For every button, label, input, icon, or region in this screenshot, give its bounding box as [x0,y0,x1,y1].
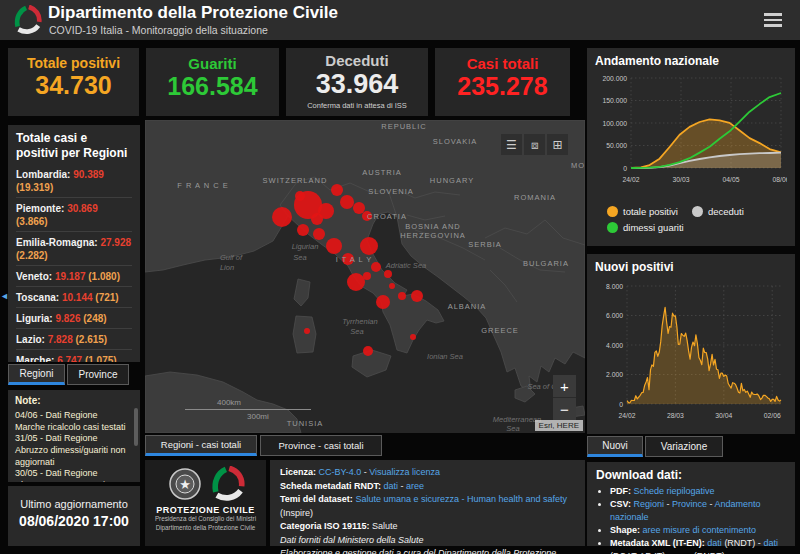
basemap-icon[interactable]: ⊞ [547,134,568,155]
stat-card-casi-totali: Casi totali 235.278 [435,48,570,116]
tab-label: Regioni [20,368,54,379]
link[interactable]: Schede riepilogative [634,486,715,496]
stat-card-totale-positivi: Totale positivi 34.730 [8,48,139,116]
org-name: PROTEZIONE CIVILE [145,505,266,515]
region-row[interactable]: Lazio: 7.828 (2.615) [16,328,132,349]
svg-text:6.000: 6.000 [606,312,623,319]
presidenza-emblem-icon: ★ [167,466,203,502]
notes-list: 04/06 - Dati Regione Marche ricalcolo ca… [15,410,130,482]
regions-panel-title: Totale casi e positivi per Regioni [16,131,132,161]
region-row[interactable]: Piemonte: 30.869 (3.866) [16,197,132,231]
link[interactable]: dati [763,538,778,548]
stat-value: 33.964 [286,69,428,100]
svg-text:★: ★ [179,477,191,492]
app-header: Dipartimento della Protezione Civile COV… [0,0,800,40]
andamento-nazionale-panel: Andamento nazionale 050.000100.000150.00… [587,48,795,246]
map-attribution: Esri, HERE [535,420,583,431]
link[interactable]: dati [707,538,722,548]
region-row[interactable]: Marche: 6.747 (1.075) [16,349,132,362]
nuovi-positivi-chart[interactable]: 02.0004.0006.0008.00024/0228/0330/0402/0… [595,276,787,426]
svg-text:Sea: Sea [506,424,519,433]
regions-totals-panel: Totale casi e positivi per Regioni Lomba… [8,125,140,362]
svg-text:Ligurian: Ligurian [292,242,319,251]
legend-dot-icon [692,206,703,217]
protezione-civile-emblem-icon [209,466,245,502]
stat-card-deceduti: Deceduti 33.964 Conferma dati in attesa … [286,48,428,116]
download-item: Metadata XML (IT-EN): dati (RNDT) - dati… [610,537,786,554]
legend-icon[interactable]: ☰ [501,134,522,155]
map-tab-regioni-casi-totali[interactable]: Regioni - casi totali [145,435,257,456]
chart-title: Andamento nazionale [595,54,787,68]
region-row[interactable]: Veneto: 19.187 (1.080) [16,265,132,286]
stat-value: 34.730 [8,71,139,100]
note-line: 31/05 - Dati Regione Abruzzo dimessi/gua… [15,433,130,468]
tab-nuovi[interactable]: Nuovi [587,436,643,457]
region-row[interactable]: Toscana: 10.144 (721) [16,286,132,307]
link[interactable]: Visualizza licenza [369,467,440,477]
svg-text:Adriatic Sea: Adriatic Sea [385,261,426,270]
svg-text:2.000: 2.000 [606,371,623,378]
svg-text:CROATIA: CROATIA [367,212,407,221]
scale-km: 400km [185,398,311,407]
org-subtitle-1: Presidenza del Consiglio dei Ministri [145,515,266,524]
andamento-chart[interactable]: 050.000100.000150.000200.00024/0230/0304… [595,70,787,198]
stat-card-guariti: Guariti 166.584 [146,48,279,116]
svg-text:02/06: 02/06 [764,412,781,419]
svg-text:08/06: 08/06 [772,176,787,183]
svg-text:Sea: Sea [350,327,363,336]
map-scalebar: 400km 300mi [185,398,311,421]
region-row[interactable]: Liguria: 9.826 (248) [16,307,132,328]
legend-item[interactable]: totale positivi [607,206,678,217]
license-line: Dati forniti dal Ministero della Salute [280,534,575,548]
svg-text:Tyrrhenian: Tyrrhenian [342,317,377,326]
zoom-out-button[interactable]: − [553,398,576,420]
svg-text:24/02: 24/02 [618,412,635,419]
svg-text:0: 0 [619,401,623,408]
map[interactable]: REPUBLICSLOVAKIAMOAUSTRIAHUNGARYSLOVENIA… [145,120,585,433]
protezione-civile-logo-icon [12,5,42,35]
layers-icon[interactable]: ⧈ [524,134,545,155]
link[interactable]: aree misure di contenimento [643,525,757,535]
svg-text:8.000: 8.000 [606,283,623,290]
license-line: Licenza: CC-BY-4.0 - Visualizza licenza [280,466,575,480]
tab-variazione[interactable]: Variazione [645,436,723,457]
tab-province[interactable]: Province [67,364,129,385]
svg-text:SLOVAKIA: SLOVAKIA [433,137,478,146]
download-item: CSV: Regioni - Province - Andamento nazi… [610,498,786,524]
tab-label: Province [79,369,118,380]
notes-panel: Note: 04/06 - Dati Regione Marche ricalc… [8,390,140,482]
link[interactable]: Regioni [634,499,665,509]
link[interactable]: CC-BY-4.0 [319,467,362,477]
tab-label: Province - casi totali [278,440,363,451]
note-line: 04/06 - Dati Regione Marche ricalcolo ca… [15,410,130,433]
tab-regioni[interactable]: Regioni [8,364,65,385]
svg-text:30/03: 30/03 [672,176,689,183]
legend-dot-icon [607,206,618,217]
svg-text:GREECE: GREECE [481,326,519,335]
zoom-in-button[interactable]: + [553,375,576,398]
region-row[interactable]: Emilia-Romagna: 27.928 (2.282) [16,231,132,265]
collapse-panel-icon[interactable]: ◄ [0,291,9,301]
link[interactable]: Salute umana e sicurezza - Human health … [355,494,567,504]
map-canvas[interactable]: REPUBLICSLOVAKIAMOAUSTRIAHUNGARYSLOVENIA… [145,120,585,433]
link[interactable]: dati [384,481,399,491]
legend-item[interactable]: dimessi guariti [607,222,684,233]
page-subtitle: COVID-19 Italia - Monitoraggio della sit… [49,24,268,36]
last-update-label: Ultimo aggiornamento [8,498,140,510]
chart-title: Nuovi positivi [595,260,787,274]
link[interactable]: aree [406,481,424,491]
svg-text:ALBANIA: ALBANIA [448,302,487,311]
svg-text:I T A L Y: I T A L Y [336,255,373,264]
svg-text:100.000: 100.000 [602,120,627,127]
license-line: Scheda metadati RNDT: dati - aree [280,480,575,494]
region-row[interactable]: Lombardia: 90.389 (19.319) [16,164,132,197]
svg-text:REPUBLIC: REPUBLIC [381,122,427,131]
legend-item[interactable]: deceduti [692,206,744,217]
link[interactable]: Province [672,499,707,509]
scrollbar[interactable] [134,408,138,446]
svg-text:0: 0 [623,165,627,172]
stat-label: Deceduti [286,52,428,69]
map-tab-province-casi-totali[interactable]: Province - casi totali [260,435,382,456]
menu-icon[interactable] [764,13,782,30]
svg-text:200.000: 200.000 [602,75,627,82]
